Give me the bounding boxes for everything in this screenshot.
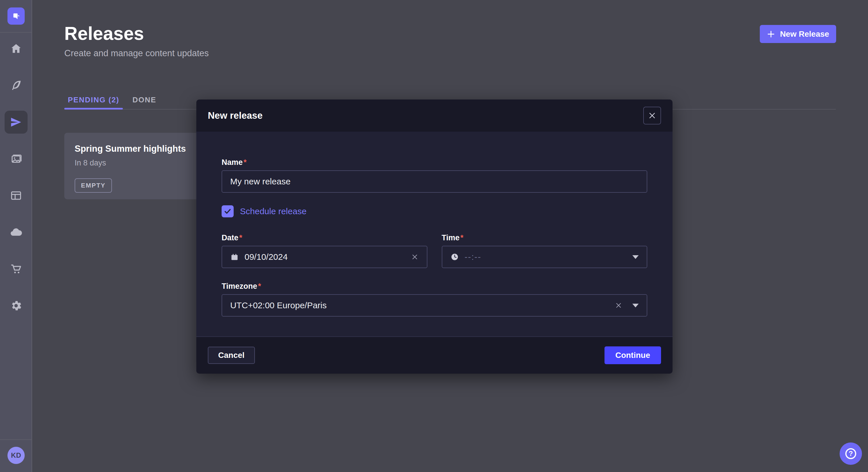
date-label-text: Date (222, 233, 239, 242)
date-picker[interactable]: 09/10/2024 (222, 246, 427, 268)
sidebar-divider-top (0, 32, 32, 33)
home-icon (10, 42, 22, 55)
schedule-checkbox-label[interactable]: Schedule release (240, 206, 307, 216)
clear-date-icon[interactable] (411, 253, 419, 261)
date-value: 09/10/2024 (245, 252, 288, 262)
sidebar-item-marketplace[interactable] (5, 258, 28, 280)
cloud-icon (10, 226, 22, 239)
modal-footer: Cancel Continue (196, 336, 673, 374)
calendar-icon (230, 252, 239, 261)
sidebar-item-home[interactable] (5, 37, 28, 60)
schedule-checkbox[interactable] (222, 205, 234, 217)
sidebar-divider-bottom (0, 439, 32, 440)
help-button[interactable]: ? (840, 442, 862, 465)
plus-icon (767, 30, 775, 38)
required-asterisk: * (258, 282, 261, 291)
timezone-label-text: Timezone (222, 282, 257, 291)
clock-icon (451, 252, 459, 261)
sidebar: KD (0, 0, 32, 472)
timezone-select[interactable]: UTC+02:00 Europe/Paris (222, 294, 647, 316)
sidebar-item-releases[interactable] (5, 111, 28, 134)
sidebar-item-settings[interactable] (5, 294, 28, 317)
timezone-label: Timezone* (222, 282, 647, 291)
active-tab-underline (64, 108, 123, 109)
date-field-group: Date* 09/10/2024 (222, 233, 427, 268)
time-placeholder: --:-- (465, 252, 482, 262)
page-title: Releases (64, 23, 144, 44)
question-mark-icon: ? (845, 448, 856, 459)
sidebar-item-cloud[interactable] (5, 221, 28, 244)
time-picker[interactable]: --:-- (442, 246, 648, 268)
required-asterisk: * (460, 233, 464, 242)
media-library-icon (10, 153, 22, 165)
status-badge: EMPTY (74, 178, 112, 193)
close-icon (648, 111, 656, 120)
schedule-release-row: Schedule release (222, 205, 647, 217)
timezone-value: UTC+02:00 Europe/Paris (230, 301, 327, 310)
new-release-modal: New release Name* Schedule release (196, 100, 673, 374)
modal-title: New release (208, 110, 262, 121)
modal-header: New release (196, 100, 673, 132)
time-field-group: Time* --:-- (442, 233, 648, 268)
time-label: Time* (442, 233, 648, 242)
close-button[interactable] (643, 107, 661, 125)
page-subtitle: Create and manage content updates (64, 48, 209, 59)
sidebar-item-media-library[interactable] (5, 147, 28, 170)
chevron-down-icon[interactable] (632, 304, 639, 307)
timezone-field-group: Timezone* UTC+02:00 Europe/Paris (222, 282, 647, 316)
sidebar-item-content-builder[interactable] (5, 74, 28, 97)
layout-icon (10, 189, 22, 202)
cancel-button[interactable]: Cancel (208, 347, 255, 364)
paper-plane-icon (10, 116, 22, 129)
clear-timezone-icon[interactable] (615, 301, 623, 309)
required-asterisk: * (239, 233, 243, 242)
continue-button[interactable]: Continue (604, 346, 661, 364)
new-release-button[interactable]: New Release (760, 25, 836, 43)
new-release-label: New Release (780, 30, 829, 39)
gear-icon (10, 299, 22, 312)
sidebar-item-content-manager[interactable] (5, 184, 28, 207)
name-input[interactable] (222, 170, 647, 193)
checkmark-icon (224, 207, 231, 215)
avatar[interactable]: KD (7, 447, 25, 464)
cart-icon (10, 263, 22, 275)
chevron-down-icon[interactable] (632, 255, 639, 259)
strapi-logo[interactable] (7, 7, 25, 25)
time-label-text: Time (442, 233, 460, 242)
date-label: Date* (222, 233, 427, 242)
strapi-logo-icon (11, 11, 21, 21)
tab-pending[interactable]: PENDING (2) (64, 91, 123, 108)
date-time-grid: Date* 09/10/2024 (222, 233, 647, 268)
tab-done[interactable]: DONE (123, 91, 166, 108)
name-label: Name* (222, 158, 647, 167)
name-field-group: Name* (222, 158, 647, 193)
feather-icon (10, 79, 22, 92)
required-asterisk: * (244, 158, 247, 167)
modal-body: Name* Schedule release Date* (196, 132, 673, 336)
name-label-text: Name (222, 158, 243, 167)
